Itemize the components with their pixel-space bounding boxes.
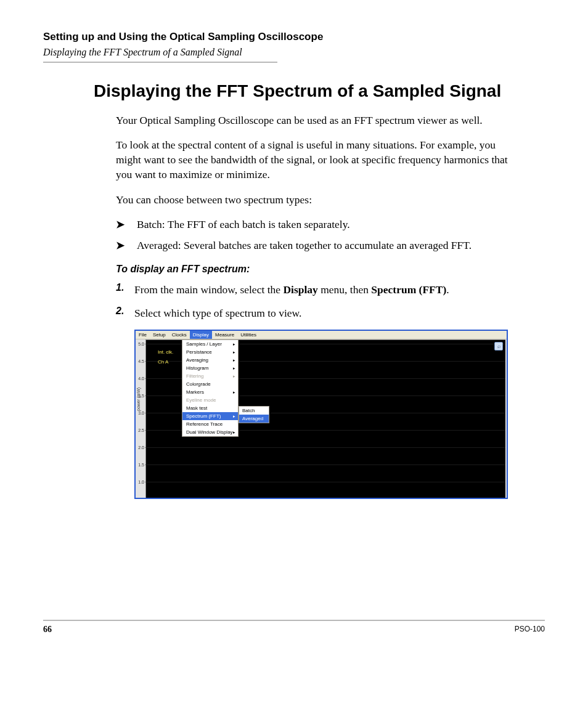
y-tick: 1.5 [137, 463, 144, 467]
menu-item-filtering: Filtering▸ [182, 372, 238, 380]
step-text: Select which type of spectrum to view. [134, 306, 514, 321]
chevron-right-icon: ▸ [233, 413, 235, 420]
menu-item-mask-test[interactable]: Mask test [182, 404, 238, 412]
y-tick: 2.0 [137, 445, 144, 450]
menu-item-eyeline: Eyeline mode [182, 396, 238, 404]
chevron-right-icon: ▸ [233, 341, 235, 347]
y-tick: 3.5 [137, 394, 144, 398]
step-number: 1. [116, 282, 134, 298]
menu-item-dual-window[interactable]: Dual Window Display▸ [182, 428, 238, 436]
submenu-item-averaged[interactable]: Averaged [239, 415, 269, 423]
chevron-right-icon: ▸ [233, 365, 235, 371]
gridline [145, 482, 505, 482]
y-tick: 3.0 [137, 411, 144, 415]
menu-item-samples-layer[interactable]: Samples / Layer▸ [182, 340, 238, 348]
step: 1. From the main window, select the Disp… [116, 282, 514, 298]
menu-measure[interactable]: Measure [212, 331, 237, 339]
header-rule [43, 62, 277, 63]
chevron-right-icon: ▸ [233, 349, 235, 355]
submenu-item-batch[interactable]: Batch [239, 407, 269, 415]
page-footer: 66 PSO-100 [43, 620, 545, 635]
spectrum-submenu[interactable]: Batch Averaged [239, 406, 269, 423]
menu-item-colorgrade[interactable]: Colorgrade [182, 380, 238, 388]
menu-file[interactable]: File [136, 331, 150, 339]
gridline [145, 465, 505, 465]
y-tick: 2.5 [137, 428, 144, 432]
arrow-icon: ➤ [116, 217, 137, 231]
chevron-right-icon: ▸ [233, 429, 235, 436]
magnifier-icon[interactable]: ⌕ [494, 342, 503, 351]
paragraph: To look at the spectral content of a sig… [116, 137, 514, 182]
chapter-title: Setting up and Using the Optical Samplin… [43, 31, 545, 43]
model-label: PSO-100 [515, 625, 545, 635]
y-tick: 1.0 [137, 480, 144, 484]
y-tick: 4.5 [137, 359, 144, 363]
y-axis-label: power (mW) [136, 387, 141, 411]
menu-display[interactable]: Display [190, 331, 212, 339]
instructions-heading: To display an FFT spectrum: [116, 264, 514, 275]
menu-utilities[interactable]: Utilities [237, 331, 259, 339]
menu-item-spectrum-fft[interactable]: Spectrum (FFT)▸ [182, 412, 238, 420]
step: 2. Select which type of spectrum to view… [116, 306, 514, 321]
menu-item-markers[interactable]: Markers▸ [182, 388, 238, 396]
menu-clocks[interactable]: Clocks [169, 331, 190, 339]
step-number: 2. [116, 306, 134, 321]
body-column: Your Optical Sampling Oscilloscope can b… [116, 113, 514, 321]
paragraph: Your Optical Sampling Oscilloscope can b… [116, 113, 514, 128]
arrow-icon: ➤ [116, 238, 137, 252]
bullet-text: Averaged: Several batches are taken toge… [137, 238, 514, 253]
menu-item-reference-trace[interactable]: Reference Trace [182, 420, 238, 428]
y-tick: 5.0 [137, 342, 144, 346]
channel-label: Ch A [158, 359, 168, 365]
bullet-item: ➤ Averaged: Several batches are taken to… [116, 238, 514, 253]
page-header: Setting up and Using the Optical Samplin… [43, 31, 545, 63]
menu-setup[interactable]: Setup [150, 331, 169, 339]
chevron-right-icon: ▸ [233, 389, 235, 396]
y-tick: 4.0 [137, 376, 144, 381]
bullet-text: Batch: The FFT of each batch is taken se… [137, 217, 514, 232]
app-screenshot: File Setup Clocks Display Measure Utilit… [134, 330, 508, 499]
menu-item-averaging[interactable]: Averaging▸ [182, 356, 238, 364]
display-dropdown[interactable]: Samples / Layer▸ Persistance▸ Averaging▸… [182, 339, 239, 437]
menu-item-persistance[interactable]: Persistance▸ [182, 348, 238, 356]
menu-item-histogram[interactable]: Histogram▸ [182, 364, 238, 372]
chevron-right-icon: ▸ [233, 357, 235, 363]
running-section: Displaying the FFT Spectrum of a Sampled… [43, 47, 545, 58]
bullet-item: ➤ Batch: The FFT of each batch is taken … [116, 217, 514, 232]
step-text: From the main window, select the Display… [134, 282, 514, 298]
gridline [145, 447, 505, 448]
paragraph: You can choose between two spectrum type… [116, 192, 514, 207]
menubar[interactable]: File Setup Clocks Display Measure Utilit… [136, 331, 507, 339]
channel-label: Int. clk. [158, 349, 173, 355]
chevron-right-icon: ▸ [233, 373, 235, 379]
page-number: 66 [43, 625, 52, 635]
section-title: Displaying the FFT Spectrum of a Sampled… [94, 80, 545, 102]
